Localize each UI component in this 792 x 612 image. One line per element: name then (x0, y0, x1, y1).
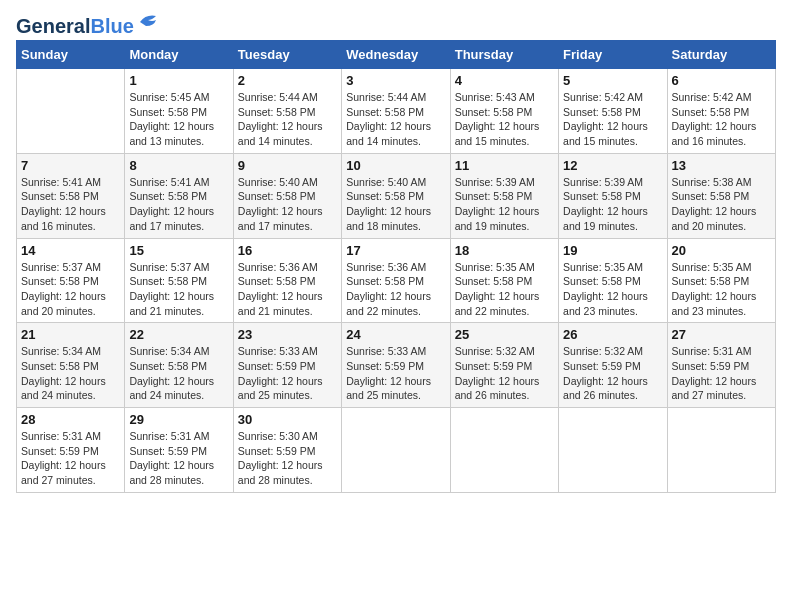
calendar-cell: 15Sunrise: 5:37 AM Sunset: 5:58 PM Dayli… (125, 238, 233, 323)
calendar-cell: 13Sunrise: 5:38 AM Sunset: 5:58 PM Dayli… (667, 153, 775, 238)
logo-general: GeneralBlue (16, 16, 134, 36)
calendar-cell: 22Sunrise: 5:34 AM Sunset: 5:58 PM Dayli… (125, 323, 233, 408)
day-info: Sunrise: 5:40 AM Sunset: 5:58 PM Dayligh… (346, 175, 445, 234)
weekday-header-tuesday: Tuesday (233, 41, 341, 69)
day-info: Sunrise: 5:35 AM Sunset: 5:58 PM Dayligh… (563, 260, 662, 319)
day-number: 29 (129, 412, 228, 427)
day-info: Sunrise: 5:32 AM Sunset: 5:59 PM Dayligh… (563, 344, 662, 403)
day-info: Sunrise: 5:41 AM Sunset: 5:58 PM Dayligh… (21, 175, 120, 234)
day-number: 22 (129, 327, 228, 342)
calendar-cell: 19Sunrise: 5:35 AM Sunset: 5:58 PM Dayli… (559, 238, 667, 323)
day-info: Sunrise: 5:36 AM Sunset: 5:58 PM Dayligh… (346, 260, 445, 319)
calendar-cell: 27Sunrise: 5:31 AM Sunset: 5:59 PM Dayli… (667, 323, 775, 408)
calendar-week-row: 21Sunrise: 5:34 AM Sunset: 5:58 PM Dayli… (17, 323, 776, 408)
calendar-cell: 11Sunrise: 5:39 AM Sunset: 5:58 PM Dayli… (450, 153, 558, 238)
day-info: Sunrise: 5:31 AM Sunset: 5:59 PM Dayligh… (672, 344, 771, 403)
calendar-cell: 12Sunrise: 5:39 AM Sunset: 5:58 PM Dayli… (559, 153, 667, 238)
day-info: Sunrise: 5:38 AM Sunset: 5:58 PM Dayligh… (672, 175, 771, 234)
calendar-cell (17, 69, 125, 154)
day-info: Sunrise: 5:36 AM Sunset: 5:58 PM Dayligh… (238, 260, 337, 319)
day-number: 16 (238, 243, 337, 258)
weekday-header-thursday: Thursday (450, 41, 558, 69)
calendar-week-row: 7Sunrise: 5:41 AM Sunset: 5:58 PM Daylig… (17, 153, 776, 238)
day-number: 5 (563, 73, 662, 88)
calendar-table: SundayMondayTuesdayWednesdayThursdayFrid… (16, 40, 776, 493)
day-number: 9 (238, 158, 337, 173)
calendar-cell (667, 408, 775, 493)
logo: GeneralBlue (16, 16, 160, 36)
day-number: 4 (455, 73, 554, 88)
day-info: Sunrise: 5:39 AM Sunset: 5:58 PM Dayligh… (455, 175, 554, 234)
day-info: Sunrise: 5:34 AM Sunset: 5:58 PM Dayligh… (21, 344, 120, 403)
day-number: 21 (21, 327, 120, 342)
day-info: Sunrise: 5:37 AM Sunset: 5:58 PM Dayligh… (21, 260, 120, 319)
day-number: 26 (563, 327, 662, 342)
day-number: 25 (455, 327, 554, 342)
day-info: Sunrise: 5:35 AM Sunset: 5:58 PM Dayligh… (455, 260, 554, 319)
calendar-week-row: 14Sunrise: 5:37 AM Sunset: 5:58 PM Dayli… (17, 238, 776, 323)
day-info: Sunrise: 5:34 AM Sunset: 5:58 PM Dayligh… (129, 344, 228, 403)
day-info: Sunrise: 5:31 AM Sunset: 5:59 PM Dayligh… (129, 429, 228, 488)
day-info: Sunrise: 5:31 AM Sunset: 5:59 PM Dayligh… (21, 429, 120, 488)
day-number: 2 (238, 73, 337, 88)
day-number: 23 (238, 327, 337, 342)
day-info: Sunrise: 5:32 AM Sunset: 5:59 PM Dayligh… (455, 344, 554, 403)
day-info: Sunrise: 5:39 AM Sunset: 5:58 PM Dayligh… (563, 175, 662, 234)
calendar-cell: 23Sunrise: 5:33 AM Sunset: 5:59 PM Dayli… (233, 323, 341, 408)
calendar-cell (450, 408, 558, 493)
calendar-cell: 9Sunrise: 5:40 AM Sunset: 5:58 PM Daylig… (233, 153, 341, 238)
calendar-cell (559, 408, 667, 493)
logo-area: GeneralBlue (16, 16, 160, 36)
day-number: 15 (129, 243, 228, 258)
day-info: Sunrise: 5:35 AM Sunset: 5:58 PM Dayligh… (672, 260, 771, 319)
day-info: Sunrise: 5:37 AM Sunset: 5:58 PM Dayligh… (129, 260, 228, 319)
day-number: 24 (346, 327, 445, 342)
header: GeneralBlue (16, 16, 776, 36)
weekday-header-saturday: Saturday (667, 41, 775, 69)
calendar-cell: 7Sunrise: 5:41 AM Sunset: 5:58 PM Daylig… (17, 153, 125, 238)
calendar-cell: 25Sunrise: 5:32 AM Sunset: 5:59 PM Dayli… (450, 323, 558, 408)
logo-bird-icon (138, 12, 160, 32)
calendar-cell: 26Sunrise: 5:32 AM Sunset: 5:59 PM Dayli… (559, 323, 667, 408)
calendar-cell: 20Sunrise: 5:35 AM Sunset: 5:58 PM Dayli… (667, 238, 775, 323)
calendar-cell: 16Sunrise: 5:36 AM Sunset: 5:58 PM Dayli… (233, 238, 341, 323)
day-number: 17 (346, 243, 445, 258)
weekday-header-friday: Friday (559, 41, 667, 69)
calendar-cell: 21Sunrise: 5:34 AM Sunset: 5:58 PM Dayli… (17, 323, 125, 408)
day-number: 18 (455, 243, 554, 258)
day-info: Sunrise: 5:44 AM Sunset: 5:58 PM Dayligh… (346, 90, 445, 149)
day-number: 28 (21, 412, 120, 427)
day-info: Sunrise: 5:44 AM Sunset: 5:58 PM Dayligh… (238, 90, 337, 149)
calendar-week-row: 1Sunrise: 5:45 AM Sunset: 5:58 PM Daylig… (17, 69, 776, 154)
weekday-header-monday: Monday (125, 41, 233, 69)
day-number: 3 (346, 73, 445, 88)
calendar-cell: 2Sunrise: 5:44 AM Sunset: 5:58 PM Daylig… (233, 69, 341, 154)
day-number: 13 (672, 158, 771, 173)
calendar-cell: 18Sunrise: 5:35 AM Sunset: 5:58 PM Dayli… (450, 238, 558, 323)
calendar-cell: 30Sunrise: 5:30 AM Sunset: 5:59 PM Dayli… (233, 408, 341, 493)
calendar-cell (342, 408, 450, 493)
calendar-cell: 29Sunrise: 5:31 AM Sunset: 5:59 PM Dayli… (125, 408, 233, 493)
day-number: 11 (455, 158, 554, 173)
calendar-cell: 14Sunrise: 5:37 AM Sunset: 5:58 PM Dayli… (17, 238, 125, 323)
logo-blue-text: Blue (90, 15, 133, 37)
weekday-header-row: SundayMondayTuesdayWednesdayThursdayFrid… (17, 41, 776, 69)
day-number: 14 (21, 243, 120, 258)
day-info: Sunrise: 5:33 AM Sunset: 5:59 PM Dayligh… (238, 344, 337, 403)
day-number: 12 (563, 158, 662, 173)
day-info: Sunrise: 5:41 AM Sunset: 5:58 PM Dayligh… (129, 175, 228, 234)
weekday-header-wednesday: Wednesday (342, 41, 450, 69)
day-info: Sunrise: 5:42 AM Sunset: 5:58 PM Dayligh… (672, 90, 771, 149)
calendar-cell: 10Sunrise: 5:40 AM Sunset: 5:58 PM Dayli… (342, 153, 450, 238)
calendar-cell: 4Sunrise: 5:43 AM Sunset: 5:58 PM Daylig… (450, 69, 558, 154)
calendar-cell: 1Sunrise: 5:45 AM Sunset: 5:58 PM Daylig… (125, 69, 233, 154)
calendar-cell: 3Sunrise: 5:44 AM Sunset: 5:58 PM Daylig… (342, 69, 450, 154)
calendar-cell: 6Sunrise: 5:42 AM Sunset: 5:58 PM Daylig… (667, 69, 775, 154)
day-info: Sunrise: 5:42 AM Sunset: 5:58 PM Dayligh… (563, 90, 662, 149)
calendar-cell: 8Sunrise: 5:41 AM Sunset: 5:58 PM Daylig… (125, 153, 233, 238)
day-number: 7 (21, 158, 120, 173)
day-info: Sunrise: 5:33 AM Sunset: 5:59 PM Dayligh… (346, 344, 445, 403)
weekday-header-sunday: Sunday (17, 41, 125, 69)
day-number: 10 (346, 158, 445, 173)
calendar-cell: 17Sunrise: 5:36 AM Sunset: 5:58 PM Dayli… (342, 238, 450, 323)
